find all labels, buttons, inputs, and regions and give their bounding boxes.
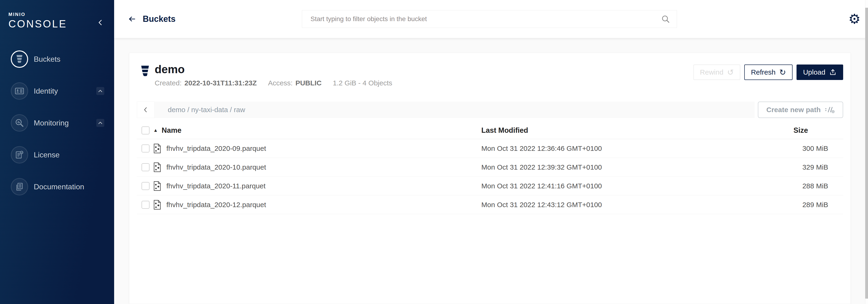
column-header-modified[interactable]: Last Modified	[481, 126, 793, 135]
access-value: PUBLIC	[296, 79, 322, 87]
monitoring-search-icon	[11, 114, 28, 132]
column-header-name[interactable]: ▲ Name	[153, 126, 481, 135]
create-path-icon	[825, 106, 835, 114]
rewind-icon: ↺	[727, 68, 734, 76]
bucket-name: demo	[155, 63, 392, 76]
rewind-button[interactable]: Rewind ↺	[693, 64, 741, 80]
refresh-button-label: Refresh	[751, 68, 775, 76]
row-checkbox[interactable]	[142, 182, 150, 190]
access-label: Access:	[268, 79, 293, 87]
object-size: 300 MiB	[793, 144, 843, 153]
path-back-button[interactable]	[137, 102, 155, 118]
row-checkbox[interactable]	[142, 144, 150, 153]
select-all-checkbox[interactable]	[142, 127, 150, 134]
create-new-path-button[interactable]: Create new path	[758, 102, 843, 118]
object-last-modified: Mon Oct 31 2022 12:41:16 GMT+0100	[481, 182, 793, 190]
gear-icon: ⚙	[848, 12, 861, 26]
license-document-icon	[11, 146, 28, 164]
sidebar-item-identity[interactable]: Identity	[0, 82, 114, 101]
sidebar-item-label: Identity	[34, 87, 58, 95]
bucket-texts: demo Created: 2022-10-31T11:31:23Z Acces…	[155, 63, 392, 87]
sidebar: MINIO CONSOLE Buckets	[0, 0, 114, 304]
sidebar-nav: Buckets Identity	[0, 50, 114, 209]
object-last-modified: Mon Oct 31 2022 12:43:12 GMT+0100	[481, 201, 793, 209]
chevron-up-icon[interactable]	[96, 119, 104, 127]
upload-icon	[829, 68, 837, 76]
bucket-access: Access: PUBLIC	[268, 79, 322, 87]
column-header-size[interactable]: Size	[793, 126, 843, 135]
search-icon	[661, 15, 670, 24]
object-file-icon	[153, 162, 166, 172]
bucket-icon	[11, 50, 28, 68]
back-to-buckets-button[interactable]: Buckets	[127, 0, 176, 38]
row-checkbox-cell	[137, 182, 153, 190]
sidebar-item-label: Monitoring	[34, 119, 69, 128]
breadcrumb-path: demo / ny-taxi-data / raw	[168, 106, 245, 114]
row-checkbox[interactable]	[142, 163, 150, 171]
sidebar-item-documentation[interactable]: Documentation	[0, 177, 114, 196]
bucket-actions: Rewind ↺ Refresh ↻ Upload	[693, 64, 843, 80]
settings-button[interactable]: ⚙	[848, 0, 861, 38]
objects-table-header: ▲ Name Last Modified Size	[137, 122, 843, 139]
object-last-modified: Mon Oct 31 2022 12:36:46 GMT+0100	[481, 144, 793, 153]
object-file-icon	[153, 143, 166, 154]
row-checkbox[interactable]	[142, 201, 150, 209]
objects-table: ▲ Name Last Modified Size	[137, 122, 843, 214]
table-row[interactable]: fhvhv_tripdata_2020-11.parquet Mon Oct 3…	[137, 176, 843, 195]
object-size: 289 MiB	[793, 201, 843, 209]
upload-button[interactable]: Upload	[797, 64, 843, 80]
bucket-meta: Created: 2022-10-31T11:31:23Z Access: PU…	[155, 79, 392, 87]
documentation-book-icon	[11, 178, 28, 195]
table-row[interactable]: fhvhv_tripdata_2020-09.parquet Mon Oct 3…	[137, 139, 843, 158]
table-row[interactable]: fhvhv_tripdata_2020-10.parquet Mon Oct 3…	[137, 158, 843, 176]
topbar: Buckets ⚙	[114, 0, 868, 38]
sidebar-item-license[interactable]: License	[0, 145, 114, 164]
logo-product: CONSOLE	[8, 18, 67, 30]
logo-brand: MINIO	[8, 12, 67, 17]
object-file-icon	[153, 181, 166, 191]
chevron-left-icon	[143, 106, 149, 114]
back-arrow-icon	[127, 15, 136, 23]
chevron-up-icon[interactable]	[96, 87, 104, 95]
chevron-left-icon	[97, 19, 103, 26]
bucket-created: Created: 2022-10-31T11:31:23Z	[155, 79, 257, 87]
object-last-modified: Mon Oct 31 2022 12:39:32 GMT+0100	[481, 163, 793, 171]
page-title: Buckets	[143, 14, 176, 24]
object-file-icon	[153, 200, 166, 210]
table-row[interactable]: fhvhv_tripdata_2020-12.parquet Mon Oct 3…	[137, 195, 843, 214]
object-size: 329 MiB	[793, 163, 843, 171]
object-name: fhvhv_tripdata_2020-10.parquet	[166, 163, 481, 171]
sort-ascending-icon: ▲	[153, 128, 158, 133]
object-name: fhvhv_tripdata_2020-12.parquet	[166, 201, 481, 209]
object-rows: fhvhv_tripdata_2020-09.parquet Mon Oct 3…	[137, 139, 843, 214]
row-checkbox-cell	[137, 144, 153, 153]
identity-card-icon	[11, 82, 28, 100]
row-checkbox-cell	[137, 201, 153, 209]
object-name: fhvhv_tripdata_2020-09.parquet	[166, 144, 481, 153]
bucket-icon	[140, 65, 150, 78]
refresh-icon: ↻	[779, 68, 786, 76]
search-input[interactable]	[302, 10, 677, 28]
minio-console-logo: MINIO CONSOLE	[8, 12, 67, 30]
refresh-button[interactable]: Refresh ↻	[744, 64, 793, 80]
sidebar-collapse-button[interactable]	[96, 18, 105, 27]
filter-objects-search	[302, 10, 677, 28]
sidebar-item-label: License	[34, 150, 60, 159]
breadcrumb[interactable]: demo / ny-taxi-data / raw	[155, 102, 754, 118]
created-value: 2022-10-31T11:31:23Z	[184, 79, 257, 87]
sidebar-item-buckets[interactable]: Buckets	[0, 50, 114, 68]
sidebar-item-monitoring[interactable]: Monitoring	[0, 113, 114, 132]
scrollbar-thumb[interactable]	[865, 8, 868, 299]
create-path-label: Create new path	[766, 106, 821, 114]
select-all-cell	[137, 127, 153, 134]
sidebar-item-label: Buckets	[34, 55, 60, 63]
object-name: fhvhv_tripdata_2020-11.parquet	[166, 182, 481, 190]
upload-button-label: Upload	[803, 68, 825, 76]
scrollbar-track[interactable]	[865, 0, 868, 304]
bucket-browser-panel: demo Created: 2022-10-31T11:31:23Z Acces…	[129, 53, 851, 304]
row-checkbox-cell	[137, 163, 153, 171]
object-size: 288 MiB	[793, 182, 843, 190]
bucket-header: demo Created: 2022-10-31T11:31:23Z Acces…	[140, 63, 843, 87]
path-navigation-row: demo / ny-taxi-data / raw Create new pat…	[137, 102, 843, 118]
bucket-usage-summary: 1.2 GiB - 4 Objects	[333, 79, 392, 87]
